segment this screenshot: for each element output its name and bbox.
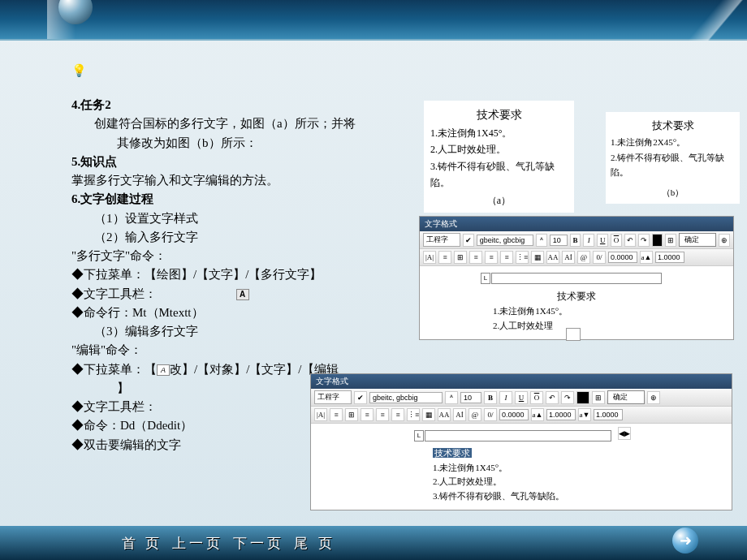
width-factor[interactable]: 1.0000 bbox=[655, 252, 684, 263]
color-swatch[interactable] bbox=[652, 234, 663, 247]
align-right-icon-2[interactable]: ≡ bbox=[391, 408, 404, 421]
oblique-button[interactable]: 0/ bbox=[593, 251, 606, 264]
columns-icon[interactable]: |A| bbox=[423, 251, 436, 264]
edit-a-icon: A bbox=[157, 364, 170, 376]
panel2-spin[interactable]: ◀▶ bbox=[618, 427, 631, 440]
style-apply-icon[interactable]: ✔ bbox=[463, 234, 474, 247]
edit-cmd-label: "编辑"命令： bbox=[71, 341, 412, 360]
figure-b-caption: （b） bbox=[611, 185, 735, 200]
ruler-toggle-icon-2[interactable]: ⊞ bbox=[592, 391, 605, 404]
size-select[interactable]: 10 bbox=[550, 235, 568, 246]
symbol-button[interactable]: Aİ bbox=[562, 251, 575, 264]
font-annot-icon-2[interactable]: ᴬ bbox=[445, 391, 458, 404]
panel2-edit-area[interactable]: 技术要求 1.未注倒角1X45°。 2.人工时效处理。 3.铸件不得有砂眼、气孔… bbox=[311, 442, 732, 510]
stack-down-icon-2[interactable]: a▼ bbox=[578, 408, 591, 421]
panel1-row1: 工程字 ✔ gbeitc, gbcbig ᴬ 10 B I U O ↶ ↷ ⊞ … bbox=[420, 231, 733, 249]
bold-button[interactable]: B bbox=[570, 234, 581, 247]
corner-accent bbox=[682, 0, 747, 41]
font-annot-icon[interactable]: ᴬ bbox=[536, 234, 547, 247]
at-button[interactable]: @ bbox=[577, 251, 590, 264]
symbol-button-2[interactable]: Aİ bbox=[453, 408, 466, 421]
redo-button[interactable]: ↷ bbox=[638, 234, 650, 247]
overline-button-2[interactable]: O bbox=[530, 391, 543, 404]
style-apply-icon-2[interactable]: ✔ bbox=[354, 391, 367, 404]
nav-last[interactable]: 尾 页 bbox=[294, 534, 335, 553]
mtext-a-icon: A bbox=[236, 289, 249, 300]
nav-prev[interactable]: 上一页 bbox=[172, 534, 223, 553]
align-left-icon-2[interactable]: ≡ bbox=[361, 408, 374, 421]
panel2-row2: |A| ≡ ⊞ ≡ ≡ ≡ ⋮≡ ▦ AA Aİ @ 0/ 0.0000 a▲ … bbox=[311, 407, 732, 424]
figure-a-line1: 1.未注倒角1X45°。 bbox=[430, 125, 568, 141]
mtext-toolbar-line: ◆文字工具栏： A bbox=[71, 285, 412, 304]
justify-icon-2[interactable]: ≡ bbox=[330, 408, 343, 421]
mtext-cmdline: ◆命令行：Mt（Mtextt） bbox=[71, 304, 412, 322]
mtext-cmd-label: "多行文字"命令： bbox=[71, 247, 412, 265]
linespacing-icon-2[interactable]: ⊞ bbox=[345, 408, 358, 421]
figure-b-line2: 2.铸件不得有砂眼、气孔等缺陷。 bbox=[611, 150, 735, 180]
size-select-2[interactable]: 10 bbox=[460, 392, 481, 403]
options-button[interactable]: ⊕ bbox=[719, 234, 730, 247]
mtext-toolbar-label: ◆文字工具栏： bbox=[71, 287, 157, 300]
underline-button[interactable]: U bbox=[597, 234, 608, 247]
font-select-2[interactable]: gbeitc, gbcbig bbox=[369, 392, 443, 403]
tracking-value[interactable]: 0.0000 bbox=[608, 252, 637, 263]
bottom-nav-bar: 首 页 上一页 下一页 尾 页 bbox=[0, 526, 747, 560]
ruler-toggle-icon[interactable]: ⊞ bbox=[665, 234, 676, 247]
oblique-button-2[interactable]: 0/ bbox=[484, 408, 497, 421]
align-left-icon[interactable]: ≡ bbox=[469, 251, 482, 264]
align-right-icon[interactable]: ≡ bbox=[500, 251, 513, 264]
align-center-icon[interactable]: ≡ bbox=[485, 251, 498, 264]
ok-button[interactable]: 确定 bbox=[679, 233, 716, 247]
italic-button-2[interactable]: I bbox=[499, 391, 512, 404]
field-icon[interactable]: ▦ bbox=[531, 251, 544, 264]
text-format-panel-2: 文字格式 工程字 ✔ gbeitc, gbcbig ᴬ 10 B I U O ↶… bbox=[310, 373, 732, 510]
uppercase-button[interactable]: AA bbox=[546, 251, 559, 264]
panel1-text-l1: 1.未注倒角1X45°。 bbox=[428, 304, 725, 319]
panel1-text-title: 技术要求 bbox=[428, 289, 725, 304]
figure-b-line1: 1.未注倒角2X45°。 bbox=[611, 135, 735, 150]
field-icon-2[interactable]: ▦ bbox=[422, 408, 435, 421]
undo-button[interactable]: ↶ bbox=[624, 234, 636, 247]
nav-first[interactable]: 首 页 bbox=[122, 534, 162, 553]
step2: （2）输入多行文字 bbox=[71, 228, 412, 247]
panel2-text-l1: 1.未注倒角1X45°。 bbox=[433, 461, 723, 476]
underline-button-2[interactable]: U bbox=[515, 391, 528, 404]
ruler-L-2[interactable]: L bbox=[414, 430, 424, 442]
uppercase-button-2[interactable]: AA bbox=[438, 408, 451, 421]
next-arrow-button[interactable]: ➜ bbox=[672, 528, 698, 554]
columns-icon-2[interactable]: |A| bbox=[314, 408, 327, 421]
panel2-ruler[interactable]: L bbox=[425, 430, 611, 442]
color-swatch-2[interactable] bbox=[576, 391, 589, 404]
style-select[interactable]: 工程字 bbox=[423, 233, 460, 247]
figure-a-title: 技术要求 bbox=[430, 106, 568, 125]
at-button-2[interactable]: @ bbox=[468, 408, 481, 421]
stack-up-icon[interactable]: a▲ bbox=[640, 251, 653, 264]
undo-button-2[interactable]: ↶ bbox=[546, 391, 559, 404]
ok-button-2[interactable]: 确定 bbox=[607, 390, 645, 404]
font-select[interactable]: gbeitc, gbcbig bbox=[477, 235, 533, 246]
overline-button[interactable]: O bbox=[611, 234, 622, 247]
justify-icon[interactable]: ≡ bbox=[438, 251, 451, 264]
align-center-icon-2[interactable]: ≡ bbox=[376, 408, 389, 421]
numbering-icon[interactable]: ⋮≡ bbox=[516, 251, 529, 264]
bold-button-2[interactable]: B bbox=[484, 391, 497, 404]
heading-process: 6.文字创建过程 bbox=[71, 190, 412, 209]
width-factor-2a[interactable]: 1.0000 bbox=[546, 409, 576, 420]
slide: 4.任务2 创建符合国标的多行文字，如图（a）所示；并将 其修改为如图（b）所示… bbox=[0, 0, 747, 560]
width-factor-2b[interactable]: 1.0000 bbox=[594, 409, 623, 420]
panel2-title: 文字格式 bbox=[311, 374, 732, 389]
redo-button-2[interactable]: ↷ bbox=[561, 391, 574, 404]
linespacing-icon[interactable]: ⊞ bbox=[454, 251, 467, 264]
italic-button[interactable]: I bbox=[583, 234, 594, 247]
ruler-L[interactable]: L bbox=[481, 273, 490, 284]
options-button-2[interactable]: ⊕ bbox=[647, 391, 660, 404]
panel1-resize-handle[interactable] bbox=[566, 328, 581, 341]
stack-up-icon-2[interactable]: a▲ bbox=[531, 408, 544, 421]
numbering-icon-2[interactable]: ⋮≡ bbox=[407, 408, 420, 421]
style-select-2[interactable]: 工程字 bbox=[314, 390, 352, 404]
arrow-right-icon: ➜ bbox=[680, 532, 692, 549]
nav-next[interactable]: 下一页 bbox=[233, 534, 284, 553]
tracking-value-2[interactable]: 0.0000 bbox=[499, 409, 529, 420]
panel1-ruler[interactable]: L bbox=[491, 273, 662, 284]
heading-knowledge: 5.知识点 bbox=[71, 153, 412, 171]
